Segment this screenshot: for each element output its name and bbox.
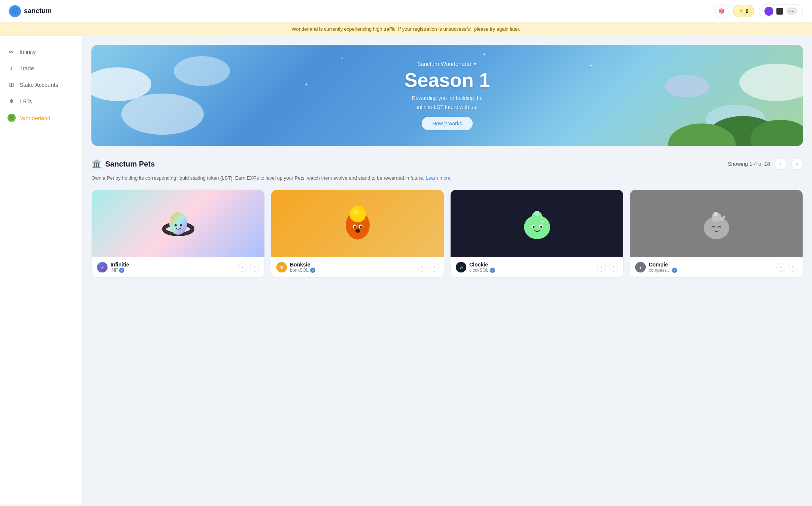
pet-name-compie: Compie compass... ✓ bbox=[649, 262, 677, 273]
sidebar-item-lsts[interactable]: ❄ LSTs bbox=[0, 93, 82, 109]
pet-nav-compie: ‹ › bbox=[776, 263, 797, 272]
svg-text:B: B bbox=[280, 266, 283, 270]
inf-token-icon: ∞ bbox=[97, 262, 107, 272]
pet-name-clockie: Clockie clockSOL ✓ bbox=[469, 262, 495, 273]
hero-desc-1: Rewarding you for building the bbox=[405, 95, 490, 101]
sidebar-item-wonderland[interactable]: 🌿 Wonderland bbox=[0, 109, 82, 127]
sidebar-label-infinity: Infinity bbox=[19, 49, 36, 55]
pet-card-clockie[interactable]: ⏱ Clockie clockSOL ✓ ‹ bbox=[450, 189, 624, 278]
pet-nav-clockie: ‹ › bbox=[597, 263, 618, 272]
points-button[interactable]: ✦ 0 bbox=[733, 5, 754, 17]
svg-text:∞: ∞ bbox=[101, 265, 103, 269]
hero-title: Season 1 bbox=[405, 69, 490, 91]
pet-token-clock: clockSOL ✓ bbox=[469, 268, 495, 273]
sidebar-label-wonderland: Wonderland bbox=[20, 115, 51, 121]
prev-arrow[interactable]: ‹ bbox=[775, 158, 787, 170]
cloud-6 bbox=[664, 75, 709, 97]
stake-icon: ⊞ bbox=[7, 81, 15, 88]
pet-next-btn-infinitie[interactable]: › bbox=[250, 263, 259, 272]
bonk-token-icon: B bbox=[276, 262, 287, 272]
star-deco-4: ✦ bbox=[305, 82, 308, 86]
target-button[interactable]: 🎯 bbox=[715, 4, 728, 18]
pets-title: Sanctum Pets bbox=[105, 160, 155, 168]
pet-name-bonksie: Bonksie bonkSOL ✓ bbox=[290, 262, 315, 273]
pet-image-bonksie bbox=[271, 190, 444, 257]
pet-card-compie[interactable]: ✦ Compie compass... ✓ ‹ bbox=[630, 189, 803, 278]
star-icon: ✦ bbox=[739, 7, 743, 15]
star-deco-3: ✦ bbox=[590, 64, 593, 68]
pets-icon: 🏛️ bbox=[91, 159, 102, 169]
next-arrow[interactable]: › bbox=[791, 158, 803, 170]
svg-point-31 bbox=[723, 216, 725, 218]
pet-info-infinitie: ∞ Infinitie INF ✓ ‹ bbox=[92, 257, 264, 277]
svg-point-22 bbox=[533, 226, 534, 228]
hero-content: Sanctum Wonderland ✦ Season 1 Rewarding … bbox=[405, 61, 490, 130]
clockie-creature bbox=[515, 201, 560, 246]
hero-desc-2: infinite-LST future with us. bbox=[405, 104, 490, 110]
star-deco-2: ✦ bbox=[483, 52, 486, 57]
sidebar-label-lsts: LSTs bbox=[19, 98, 32, 104]
svg-point-3 bbox=[175, 224, 177, 226]
pets-section: 🏛️ Sanctum Pets Showing 1-4 of 18 ‹ › Ow… bbox=[91, 158, 803, 278]
learn-more-link[interactable]: Learn more bbox=[425, 175, 450, 181]
pet-next-btn-bonksie[interactable]: › bbox=[430, 263, 439, 272]
pet-info-left-clockie: ⏱ Clockie clockSOL ✓ bbox=[456, 262, 495, 273]
wallet-address: ···· bbox=[786, 7, 797, 15]
how-it-works-button[interactable]: How it works bbox=[422, 117, 472, 130]
pet-next-btn-compie[interactable]: › bbox=[788, 263, 797, 272]
svg-point-13 bbox=[360, 226, 362, 228]
star-deco-1: ✦ bbox=[340, 56, 343, 60]
header: 🌀 sanctum 🎯 ✦ 0 ···· bbox=[0, 0, 812, 22]
logo-icon: 🌀 bbox=[9, 5, 21, 17]
lsts-icon: ❄ bbox=[7, 97, 15, 105]
pet-token-bonk: bonkSOL ✓ bbox=[290, 268, 315, 273]
trade-icon: ↕ bbox=[7, 64, 15, 72]
section-description: Own a Pet by holding its corresponding l… bbox=[91, 174, 803, 182]
verified-badge-compass: ✓ bbox=[672, 268, 677, 273]
pet-prev-btn-compie[interactable]: ‹ bbox=[776, 263, 785, 272]
pet-card-bonksie[interactable]: B Bonksie bonkSOL ✓ ‹ bbox=[271, 189, 444, 278]
verified-badge-bonk: ✓ bbox=[310, 268, 315, 273]
pagination-label: Showing 1-4 of 18 bbox=[728, 161, 770, 167]
compie-creature bbox=[694, 201, 739, 246]
svg-point-19 bbox=[534, 211, 540, 216]
cloud-4 bbox=[739, 64, 803, 101]
svg-point-30 bbox=[720, 217, 724, 221]
pet-info-compie: ✦ Compie compass... ✓ ‹ bbox=[630, 257, 803, 277]
verified-badge-inf: ✓ bbox=[119, 268, 124, 273]
infinity-icon: ∞ bbox=[7, 48, 15, 55]
pet-token-compass: compass... ✓ bbox=[649, 268, 677, 273]
pet-info-left-infinitie: ∞ Infinitie INF ✓ bbox=[97, 262, 129, 273]
pet-next-btn-clockie[interactable]: › bbox=[609, 263, 618, 272]
pet-info-clockie: ⏱ Clockie clockSOL ✓ ‹ bbox=[451, 257, 623, 277]
sidebar-item-stake-accounts[interactable]: ⊞ Stake Accounts bbox=[0, 76, 82, 93]
pet-prev-btn-clockie[interactable]: ‹ bbox=[597, 263, 606, 272]
sidebar-item-trade[interactable]: ↕ Trade bbox=[0, 60, 82, 76]
wallet-avatar bbox=[764, 7, 773, 16]
pet-prev-btn-infinitie[interactable]: ‹ bbox=[238, 263, 247, 272]
pagination-info: Showing 1-4 of 18 ‹ › bbox=[728, 158, 803, 170]
pet-name-infinitie: Infinitie INF ✓ bbox=[110, 262, 129, 273]
svg-point-12 bbox=[354, 226, 356, 228]
hero-subtitle: Sanctum Wonderland ✦ bbox=[405, 61, 490, 67]
banner-message: Wonderland is currently experiencing hig… bbox=[292, 26, 521, 32]
notification-banner: Wonderland is currently experiencing hig… bbox=[0, 22, 812, 36]
pet-prev-btn-bonksie[interactable]: ‹ bbox=[418, 263, 427, 272]
sidebar: ∞ Infinity ↕ Trade ⊞ Stake Accounts ❄ LS… bbox=[0, 36, 82, 505]
svg-point-24 bbox=[540, 220, 544, 223]
wallet-button[interactable]: ···· bbox=[759, 4, 803, 18]
pet-image-compie bbox=[630, 190, 803, 257]
section-header: 🏛️ Sanctum Pets Showing 1-4 of 18 ‹ › bbox=[91, 158, 803, 170]
svg-point-4 bbox=[180, 224, 182, 226]
verified-badge-clock: ✓ bbox=[490, 268, 495, 273]
svg-point-29 bbox=[713, 212, 718, 216]
pet-card-infinitie[interactable]: ∞ Infinitie INF ✓ ‹ bbox=[91, 189, 265, 278]
sidebar-item-infinity[interactable]: ∞ Infinity bbox=[0, 43, 82, 60]
compass-token-icon: ✦ bbox=[635, 262, 646, 272]
bonksie-creature bbox=[335, 201, 380, 246]
wonderland-icon: 🌿 bbox=[7, 114, 16, 122]
section-title: 🏛️ Sanctum Pets bbox=[91, 159, 155, 169]
logo-text: sanctum bbox=[24, 7, 52, 15]
pets-grid: ∞ Infinitie INF ✓ ‹ bbox=[91, 189, 803, 278]
svg-text:⏱: ⏱ bbox=[460, 266, 463, 270]
